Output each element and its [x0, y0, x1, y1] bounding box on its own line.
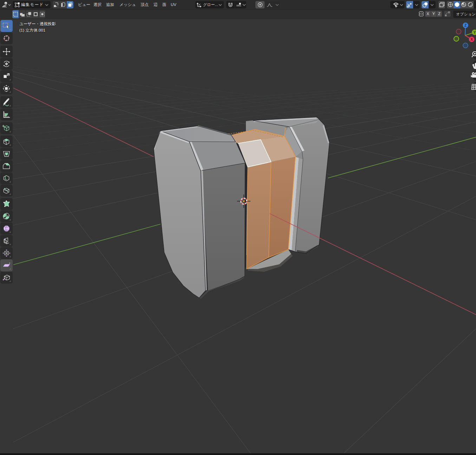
svg-text:X: X [470, 38, 473, 41]
svg-text:Y: Y [474, 31, 476, 34]
svg-text:Z: Z [464, 24, 467, 27]
